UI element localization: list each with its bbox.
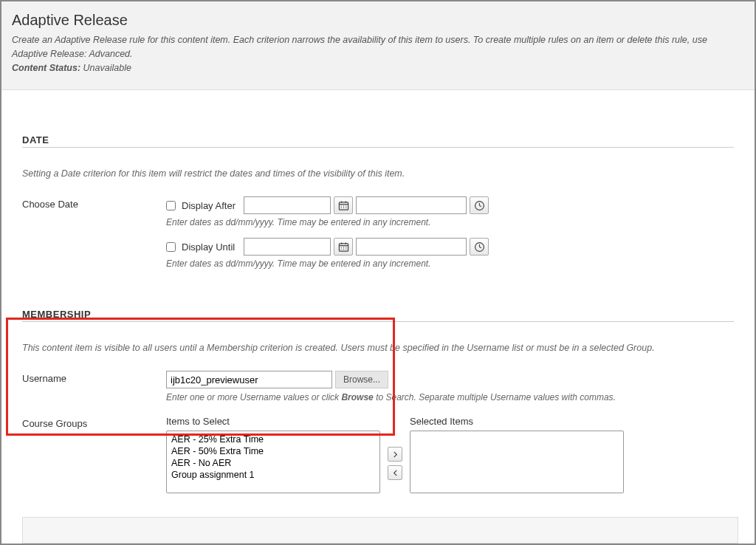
course-groups-label: Course Groups <box>22 416 166 429</box>
display-until-checkbox[interactable] <box>166 242 176 252</box>
content-status-value: Unavailable <box>83 63 131 73</box>
display-after-hint: Enter dates as dd/mm/yyyy. Time may be e… <box>166 217 734 227</box>
display-after-date-input[interactable] <box>244 196 331 214</box>
display-after-time-input[interactable] <box>356 196 467 214</box>
membership-section: MEMBERSHIP This content item is visible … <box>22 309 734 494</box>
footer-strip <box>22 517 738 544</box>
move-left-button[interactable] <box>388 465 402 480</box>
choose-date-label: Choose Date <box>22 196 166 210</box>
username-label: Username <box>22 371 166 384</box>
username-hint: Enter one or more Username values or cli… <box>166 392 734 402</box>
username-input[interactable] <box>166 371 332 388</box>
date-help-text: Setting a Date criterion for this item w… <box>22 168 734 179</box>
page-title: Adaptive Release <box>12 12 744 29</box>
content-status-label: Content Status: <box>12 63 80 73</box>
selected-items-label: Selected Items <box>410 416 624 427</box>
list-item[interactable]: Group assignment 1 <box>171 469 375 481</box>
list-item[interactable]: AER - 25% Extra Time <box>171 433 375 445</box>
browse-button[interactable]: Browse... <box>335 371 388 388</box>
calendar-icon[interactable] <box>334 238 353 256</box>
calendar-icon[interactable] <box>334 196 353 214</box>
display-until-label: Display Until <box>182 241 239 253</box>
membership-heading: MEMBERSHIP <box>22 309 734 322</box>
items-to-select-listbox[interactable]: AER - 25% Extra TimeAER - 50% Extra Time… <box>166 431 380 493</box>
display-after-checkbox[interactable] <box>166 201 176 210</box>
date-heading: DATE <box>22 134 734 148</box>
svg-line-12 <box>479 205 481 206</box>
list-item[interactable]: AER - 50% Extra Time <box>171 445 375 457</box>
display-until-date-input[interactable] <box>244 238 331 256</box>
list-item[interactable]: AER - No AER <box>171 457 375 469</box>
move-right-button[interactable] <box>388 447 402 462</box>
display-until-time-input[interactable] <box>356 238 467 256</box>
clock-icon[interactable] <box>470 196 489 214</box>
date-section: DATE Setting a Date criterion for this i… <box>22 134 734 279</box>
page-description: Create an Adaptive Release rule for this… <box>12 35 707 59</box>
selected-items-listbox[interactable] <box>410 431 624 493</box>
display-after-label: Display After <box>182 200 239 211</box>
items-to-select-label: Items to Select <box>166 416 380 427</box>
membership-help-text: This content item is visible to all user… <box>22 343 734 353</box>
svg-line-25 <box>479 247 481 247</box>
clock-icon[interactable] <box>470 238 489 256</box>
display-until-hint: Enter dates as dd/mm/yyyy. Time may be e… <box>166 258 734 269</box>
